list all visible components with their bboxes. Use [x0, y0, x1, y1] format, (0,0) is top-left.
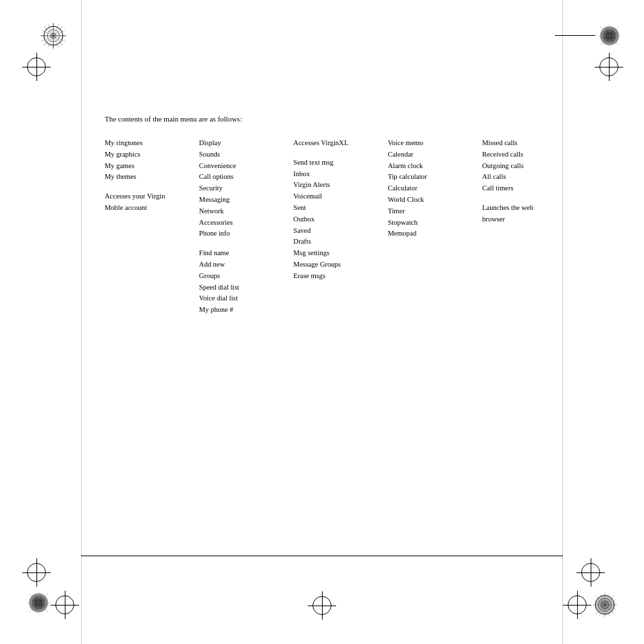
col2-line-15: My phone #: [199, 304, 287, 316]
mandala-icon-tl-top: [41, 23, 66, 49]
col5-line-7: browser: [482, 214, 570, 225]
col3-line-8: Saved: [294, 225, 381, 237]
col1-line-4: My themes: [105, 171, 192, 183]
intro-text: The contents of the main menu are as fol…: [105, 115, 576, 123]
col4-line-5: Calculator: [387, 183, 475, 194]
col1-line-3: My games: [105, 161, 192, 172]
corner-decoration-top-right: [549, 20, 624, 95]
col4-line-3: Alarm clock: [387, 161, 475, 172]
col2-line-8: Accessories: [199, 217, 287, 229]
col5-line-5: Call timers: [482, 183, 570, 194]
col1-line-1: My ringtones: [105, 138, 192, 149]
crosshair-target-br-bottom: [568, 595, 587, 614]
col3-line-4: Virgin Alerts: [294, 180, 381, 191]
col2-line-3: Convenience: [199, 161, 287, 172]
col2-line-11: Add new: [199, 259, 287, 271]
col4-line-9: Memopad: [387, 228, 475, 240]
filled-circle-icon-tr: [598, 24, 621, 47]
corner-decoration-top-left: [20, 20, 95, 95]
corner-decoration-bottom-right: [543, 543, 624, 624]
col3-line-9: Drafts: [294, 236, 381, 248]
menu-column-4: Voice memo Calendar Alarm clock Tip calc…: [387, 138, 482, 316]
col5-line-6: Launches the web: [482, 203, 570, 214]
col3-line-6: Sent: [294, 203, 381, 214]
menu-column-1: My ringtones My graphics My games My the…: [105, 138, 199, 316]
col2-line-10: Find name: [199, 248, 287, 259]
menu-table: My ringtones My graphics My games My the…: [105, 138, 576, 316]
corner-decoration-bottom-left: [20, 543, 101, 624]
col2-line-14: Voice dial list: [199, 293, 287, 304]
menu-column-3: Accesses VirginXL Send text msg Inbox Vi…: [294, 138, 388, 316]
col4-line-7: Timer: [387, 206, 475, 217]
crosshair-target-tr: [599, 57, 618, 76]
col2-line-12: Groups: [199, 271, 287, 282]
col2-line-2: Sounds: [199, 149, 287, 161]
col5-line-4: All calls: [482, 171, 570, 183]
menu-column-5: Missed calls Received calls Outgoing cal…: [482, 138, 576, 316]
menu-column-2: Display Sounds Convenience Call options …: [199, 138, 294, 316]
col2-line-6: Messaging: [199, 194, 287, 206]
col3-line-3: Inbox: [294, 169, 381, 180]
col4-line-2: Calendar: [387, 149, 475, 161]
col3-line-7: Outbox: [294, 214, 381, 225]
col4-line-1: Voice memo: [387, 138, 475, 149]
col2-line-1: Display: [199, 138, 287, 149]
col5-line-1: Missed calls: [482, 138, 570, 149]
col2-line-4: Call options: [199, 171, 287, 183]
col3-line-5: Voicemail: [294, 191, 381, 203]
crosshair-target-bottom-center: [313, 596, 331, 615]
col5-line-3: Outgoing calls: [482, 161, 570, 172]
col3-line-1: Accesses VirginXL: [294, 138, 381, 149]
col4-line-8: Stopwatch: [387, 217, 475, 229]
filled-circle-icon-bl: [27, 591, 50, 614]
col1-line-2: My graphics: [105, 149, 192, 161]
crosshair-target-bl-top: [27, 563, 46, 582]
col3-line-2: Send text msg: [294, 157, 381, 169]
col1-line-6: Moble account: [105, 203, 192, 214]
crosshair-target-bl-bottom: [55, 595, 74, 614]
col4-line-4: Tip calculator: [387, 171, 475, 183]
crosshair-target-br-top: [581, 563, 600, 582]
col2-line-13: Speed dial list: [199, 282, 287, 294]
col4-line-6: World Clock: [387, 194, 475, 206]
col2-line-5: Security: [199, 183, 287, 194]
col3-line-11: Message Groups: [294, 259, 381, 271]
col2-line-9: Phone info: [199, 228, 287, 240]
crosshair-target-tl: [27, 57, 46, 76]
col3-line-10: Msg settings: [294, 248, 381, 259]
col1-line-5: Accesses your Virgin: [105, 191, 192, 203]
col2-line-7: Network: [199, 206, 287, 217]
col5-line-2: Received calls: [482, 149, 570, 161]
mandala-icon-br: [593, 593, 617, 617]
main-content-area: The contents of the main menu are as fol…: [105, 115, 576, 316]
horizontal-line-bottom: [81, 556, 563, 556]
corner-line-tr: [555, 35, 595, 36]
col3-line-12: Erase msgs: [294, 271, 381, 282]
